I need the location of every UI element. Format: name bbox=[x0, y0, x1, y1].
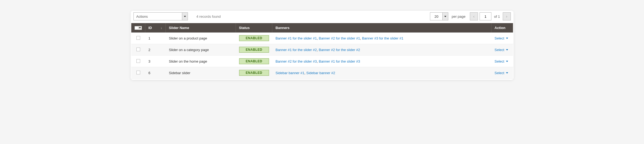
row-action-select[interactable]: Select bbox=[495, 59, 508, 63]
banner-link[interactable]: Banner #3 for the slider #1 bbox=[362, 36, 403, 40]
grid-container: Actions 4 records found 20 per page ‹ of… bbox=[131, 11, 514, 80]
mass-actions-select[interactable]: Actions bbox=[133, 12, 188, 20]
row-action-label: Select bbox=[495, 48, 504, 52]
banner-link[interactable]: Banner #2 for the slider #2 bbox=[319, 48, 360, 52]
cell-banners: Banner #2 for the slider #3, Banner #1 f… bbox=[272, 56, 491, 67]
column-header-banners[interactable]: Banners bbox=[272, 23, 491, 33]
mass-actions-toggle[interactable] bbox=[182, 12, 188, 20]
banner-link[interactable]: Banner #2 for the slider #3 bbox=[275, 59, 317, 63]
cell-checkbox bbox=[131, 56, 145, 67]
select-all-dropdown[interactable] bbox=[138, 26, 142, 30]
cell-id: 1 bbox=[145, 33, 166, 44]
row-action-select[interactable]: Select bbox=[495, 36, 508, 40]
page-size-select[interactable]: 20 bbox=[430, 12, 448, 20]
banner-link[interactable]: Banner #1 for the slider #3 bbox=[319, 59, 360, 63]
column-label-id: ID bbox=[149, 26, 152, 30]
cell-status: ENABLED bbox=[236, 56, 273, 67]
caret-down-icon bbox=[506, 61, 508, 62]
caret-down-icon bbox=[506, 38, 508, 39]
grid-toolbar: Actions 4 records found 20 per page ‹ of… bbox=[131, 11, 514, 23]
status-badge: ENABLED bbox=[239, 58, 269, 64]
row-action-label: Select bbox=[495, 59, 504, 63]
row-action-select[interactable]: Select bbox=[495, 48, 508, 52]
cell-action: Select bbox=[491, 67, 513, 79]
page-size-toggle[interactable] bbox=[442, 12, 448, 20]
row-checkbox[interactable] bbox=[136, 36, 140, 40]
banner-link[interactable]: Banner #2 for the slider #1 bbox=[319, 36, 360, 40]
cell-slider-name: Sidebar slider bbox=[166, 67, 236, 79]
cell-checkbox bbox=[131, 44, 145, 56]
caret-down-icon bbox=[506, 49, 508, 51]
row-checkbox[interactable] bbox=[136, 48, 140, 51]
cell-slider-name: Slider on a product page bbox=[166, 33, 236, 44]
cell-action: Select bbox=[491, 44, 513, 56]
cell-checkbox bbox=[131, 67, 145, 79]
cell-slider-name: Slider on the home page bbox=[166, 56, 236, 67]
caret-down-icon bbox=[506, 72, 508, 74]
next-page-button[interactable]: › bbox=[503, 12, 511, 20]
page-of-label: of 1 bbox=[494, 15, 500, 19]
table-row: 1Slider on a product pageENABLEDBanner #… bbox=[131, 33, 513, 44]
data-table: ID ↓ Slider Name Status Banners Action bbox=[131, 23, 513, 79]
of-label: of bbox=[494, 15, 497, 19]
column-header-id[interactable]: ID ↓ bbox=[145, 23, 166, 33]
status-badge: ENABLED bbox=[239, 47, 269, 53]
chevron-right-icon: › bbox=[506, 15, 507, 18]
per-page-label: per page bbox=[452, 15, 465, 19]
status-badge: ENABLED bbox=[239, 35, 269, 41]
caret-down-icon bbox=[444, 16, 446, 17]
row-action-select[interactable]: Select bbox=[495, 71, 508, 75]
banner-link[interactable]: Banner #1 for the slider #2 bbox=[275, 48, 317, 52]
banner-link[interactable]: Sidebar banner #2 bbox=[306, 71, 335, 75]
row-checkbox[interactable] bbox=[136, 59, 140, 63]
row-action-label: Select bbox=[495, 71, 504, 75]
mass-actions-label: Actions bbox=[133, 12, 182, 20]
chevron-left-icon: ‹ bbox=[473, 15, 474, 18]
banner-link[interactable]: Banner #1 for the slider #1 bbox=[275, 36, 317, 40]
table-body: 1Slider on a product pageENABLEDBanner #… bbox=[131, 33, 513, 79]
total-pages: 1 bbox=[498, 15, 500, 19]
table-row: 2Slider on a category pageENABLEDBanner … bbox=[131, 44, 513, 56]
cell-banners: Banner #1 for the slider #2, Banner #2 f… bbox=[272, 44, 491, 56]
cell-action: Select bbox=[491, 56, 513, 67]
cell-banners: Banner #1 for the slider #1, Banner #2 f… bbox=[272, 33, 491, 44]
cell-banners: Sidebar banner #1, Sidebar banner #2 bbox=[272, 67, 491, 79]
cell-status: ENABLED bbox=[236, 44, 273, 56]
records-found: 4 records found bbox=[197, 15, 221, 19]
status-badge: ENABLED bbox=[239, 70, 269, 76]
cell-checkbox bbox=[131, 33, 145, 44]
cell-id: 6 bbox=[145, 67, 166, 79]
table-row: 3Slider on the home pageENABLEDBanner #2… bbox=[131, 56, 513, 67]
column-header-checkbox[interactable] bbox=[131, 23, 145, 33]
row-action-label: Select bbox=[495, 36, 504, 40]
column-label-action: Action bbox=[495, 26, 505, 30]
caret-down-icon bbox=[184, 16, 186, 17]
column-label-status: Status bbox=[239, 26, 250, 30]
sort-arrow-down-icon: ↓ bbox=[161, 26, 162, 30]
banner-link[interactable]: Sidebar banner #1 bbox=[275, 71, 304, 75]
cell-id: 2 bbox=[145, 44, 166, 56]
cell-action: Select bbox=[491, 33, 513, 44]
column-header-slider-name[interactable]: Slider Name bbox=[166, 23, 236, 33]
caret-down-icon bbox=[139, 27, 141, 28]
table-row: 6Sidebar sliderENABLEDSidebar banner #1,… bbox=[131, 67, 513, 79]
cell-id: 3 bbox=[145, 56, 166, 67]
select-all-checkbox[interactable] bbox=[135, 26, 138, 30]
cell-status: ENABLED bbox=[236, 33, 273, 44]
current-page-input[interactable] bbox=[480, 12, 491, 20]
banner-separator: , bbox=[360, 36, 362, 40]
page-size-value: 20 bbox=[430, 12, 442, 20]
pager: 20 per page ‹ of 1 › bbox=[430, 12, 511, 20]
cell-status: ENABLED bbox=[236, 67, 273, 79]
table-header: ID ↓ Slider Name Status Banners Action bbox=[131, 23, 513, 33]
prev-page-button[interactable]: ‹ bbox=[470, 12, 478, 20]
cell-slider-name: Slider on a category page bbox=[166, 44, 236, 56]
column-header-status[interactable]: Status bbox=[236, 23, 273, 33]
column-label-banners: Banners bbox=[275, 26, 290, 30]
column-header-action: Action bbox=[491, 23, 513, 33]
column-label-slider-name: Slider Name bbox=[169, 26, 189, 30]
row-checkbox[interactable] bbox=[136, 71, 140, 74]
